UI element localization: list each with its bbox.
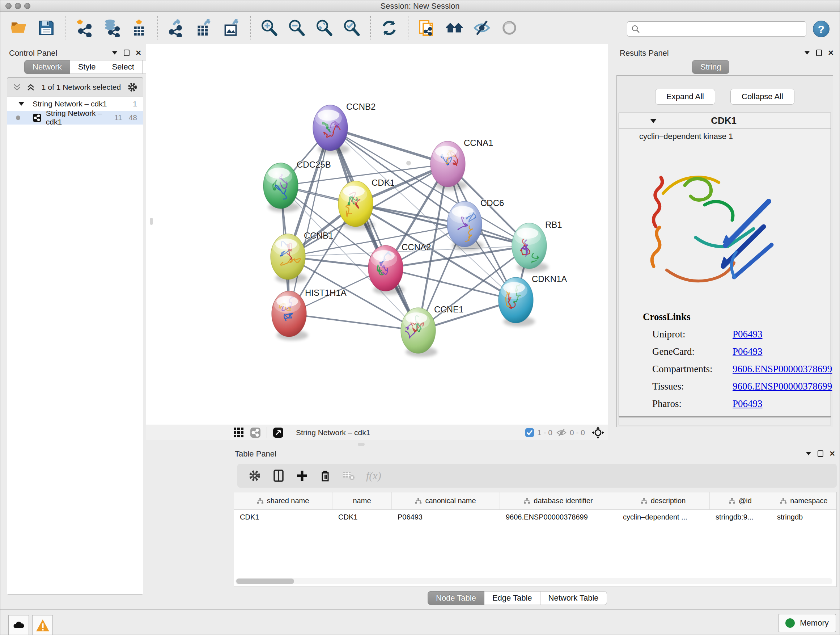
table-cell[interactable]: P06493 xyxy=(392,510,500,524)
zoom-in-icon[interactable] xyxy=(260,19,278,37)
refresh-icon[interactable] xyxy=(380,19,398,37)
show-columns-icon[interactable] xyxy=(272,469,285,482)
hidden-eye-icon[interactable] xyxy=(556,427,567,438)
network-edge[interactable] xyxy=(330,128,418,331)
cloud-button[interactable] xyxy=(8,615,29,635)
crosslink-link[interactable]: P06493 xyxy=(733,329,763,340)
hide-selected-icon[interactable] xyxy=(473,19,491,37)
crosslink-link[interactable]: P06493 xyxy=(733,346,763,357)
network-node[interactable] xyxy=(272,291,308,340)
zoom-out-icon[interactable] xyxy=(287,19,306,37)
help-button[interactable]: ? xyxy=(813,21,829,37)
detach-view-icon[interactable] xyxy=(273,427,284,438)
search-box[interactable] xyxy=(627,21,806,36)
export-image-icon[interactable] xyxy=(223,19,240,37)
column-header[interactable]: shared name xyxy=(234,492,332,509)
column-header[interactable]: database identifier xyxy=(500,492,617,509)
float-panel-icon[interactable] xyxy=(816,50,822,56)
network-tree: String Network – cdk1 1 String Network –… xyxy=(7,97,143,594)
network-row[interactable]: String Network – cdk1 11 48 xyxy=(7,111,143,125)
home-networks-icon[interactable] xyxy=(445,19,463,37)
scrollbar-thumb[interactable] xyxy=(236,578,294,584)
selected-checkbox-icon[interactable] xyxy=(525,428,534,437)
network-options-gear-icon[interactable] xyxy=(127,82,138,93)
navigator-crosshair-icon[interactable] xyxy=(592,426,605,439)
close-panel-icon[interactable]: ✕ xyxy=(829,449,835,458)
network-edge[interactable] xyxy=(330,128,448,164)
export-network-icon[interactable] xyxy=(167,19,186,37)
tab-style[interactable]: Style xyxy=(70,60,104,74)
close-panel-icon[interactable]: ✕ xyxy=(828,49,834,57)
crosslink-link[interactable]: P06493 xyxy=(733,398,763,409)
network-node[interactable] xyxy=(401,308,437,357)
tab-string[interactable]: String xyxy=(692,60,729,74)
current-network-dot-icon xyxy=(16,116,20,120)
tab-network[interactable]: Network xyxy=(24,60,70,74)
float-panel-icon[interactable] xyxy=(124,50,129,56)
network-view-icon[interactable] xyxy=(250,427,261,438)
column-header[interactable]: @id xyxy=(710,492,771,509)
table-cell[interactable]: CDK1 xyxy=(332,510,392,524)
column-header[interactable]: description xyxy=(617,492,710,509)
network-edge[interactable] xyxy=(386,268,516,300)
left-splitter-handle[interactable] xyxy=(150,218,153,225)
table-cell[interactable]: stringdb xyxy=(771,510,837,524)
expand-all-icon[interactable] xyxy=(26,82,35,92)
gene-expander-icon[interactable] xyxy=(650,119,657,123)
collapse-all-icon[interactable] xyxy=(12,82,22,92)
network-node[interactable] xyxy=(499,277,535,326)
network-node[interactable] xyxy=(447,201,484,250)
tab-node-table[interactable]: Node Table xyxy=(428,591,485,605)
right-splitter-handle[interactable] xyxy=(406,161,411,165)
grid-view-icon[interactable] xyxy=(233,427,244,438)
memory-button[interactable]: Memory xyxy=(778,614,836,632)
float-panel-icon[interactable] xyxy=(818,450,823,457)
show-hidden-icon[interactable] xyxy=(500,19,518,37)
tab-select[interactable]: Select xyxy=(104,60,142,74)
results-hscrollbar[interactable] xyxy=(619,417,831,425)
tab-edge-table[interactable]: Edge Table xyxy=(485,591,540,605)
import-network-icon[interactable] xyxy=(75,19,93,37)
network-node[interactable] xyxy=(368,245,405,295)
export-table-icon[interactable] xyxy=(195,19,213,37)
table-cell[interactable]: cyclin–dependent ... xyxy=(617,510,710,524)
open-session-icon[interactable] xyxy=(10,19,28,37)
table-cell[interactable]: stringdb:9... xyxy=(710,510,771,524)
panel-menu-icon[interactable] xyxy=(805,51,810,55)
crosslink-link[interactable]: 9606.ENSP00000378699 xyxy=(733,363,832,375)
table-cell[interactable]: 9606.ENSP00000378699 xyxy=(500,510,617,524)
warnings-button[interactable] xyxy=(32,615,53,635)
import-database-icon[interactable] xyxy=(103,19,120,37)
panel-menu-icon[interactable] xyxy=(806,452,811,455)
network-node[interactable] xyxy=(313,105,349,154)
network-node[interactable] xyxy=(512,223,548,272)
save-session-icon[interactable] xyxy=(37,19,55,37)
memory-label: Memory xyxy=(800,618,829,628)
table-cell[interactable]: CDK1 xyxy=(234,510,332,524)
expand-all-button[interactable]: Expand All xyxy=(655,89,715,105)
column-header[interactable]: name xyxy=(332,492,392,509)
tab-network-table[interactable]: Network Table xyxy=(540,591,607,605)
clone-network-icon[interactable] xyxy=(418,19,436,37)
zoom-fit-icon[interactable] xyxy=(315,19,333,37)
network-node[interactable] xyxy=(271,234,307,283)
delete-column-icon[interactable] xyxy=(319,470,332,482)
collection-expander-icon[interactable] xyxy=(19,102,24,106)
collapse-all-button[interactable]: Collapse All xyxy=(730,89,794,105)
network-canvas[interactable]: CCNB2CCNA1CDC25BCDK1CDC6RB1CCNB1CCNA2CDK… xyxy=(146,44,608,424)
column-header[interactable]: namespace xyxy=(771,492,837,509)
table-row[interactable]: CDK1CDK1P064939606.ENSP00000378699cyclin… xyxy=(234,510,836,524)
table-hscrollbar[interactable] xyxy=(235,578,832,584)
table-options-gear-icon[interactable] xyxy=(248,469,261,482)
node-label: CDKN1A xyxy=(532,274,567,284)
network-edge[interactable] xyxy=(289,314,418,331)
panel-menu-icon[interactable] xyxy=(112,51,117,55)
search-input[interactable] xyxy=(643,25,799,33)
import-table-icon[interactable] xyxy=(130,19,148,37)
column-header[interactable]: canonical name xyxy=(392,492,500,509)
network-edge[interactable] xyxy=(289,128,330,314)
crosslink-link[interactable]: 9606.ENSP00000378699 xyxy=(733,381,832,392)
create-column-icon[interactable] xyxy=(296,470,308,482)
close-panel-icon[interactable]: ✕ xyxy=(135,49,141,57)
zoom-selected-icon[interactable] xyxy=(343,19,361,37)
